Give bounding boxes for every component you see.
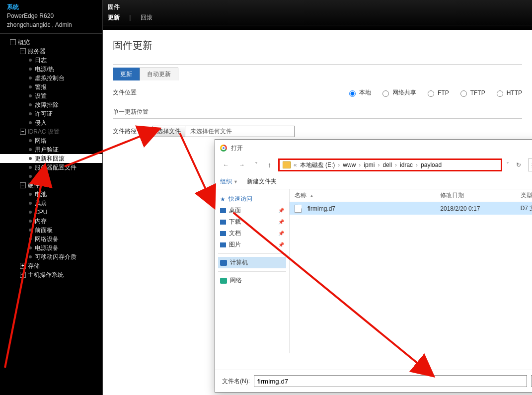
network[interactable]: 网络: [218, 275, 286, 286]
bullet-icon: [29, 211, 32, 214]
tab-auto-update[interactable]: 自动更新: [140, 68, 178, 80]
tree-item[interactable]: 日志: [0, 56, 102, 65]
system-header: 系统 PowerEdge R620 zhongchuangidc , Admin: [0, 0, 102, 34]
tree-item[interactable]: 警报: [0, 82, 102, 91]
nav-pane: ★快速访问 桌面📌下载📌文档📌图片📌 计算机 网络: [215, 189, 290, 353]
collapse-icon[interactable]: [20, 48, 26, 54]
network-icon: [220, 278, 227, 284]
collapse-icon[interactable]: [20, 182, 26, 188]
tree-item[interactable]: 电源/热: [0, 65, 102, 74]
tree-server[interactable]: 服务器: [0, 47, 102, 56]
tree-item[interactable]: 故障排除: [0, 100, 102, 109]
tree-idrac[interactable]: iDRAC 设置: [0, 127, 102, 136]
nav-forward-icon[interactable]: →: [236, 160, 248, 169]
breadcrumb-segment[interactable]: www: [343, 161, 356, 168]
breadcrumb-segment[interactable]: 本地磁盘 (E:): [300, 161, 335, 169]
tree-item[interactable]: 服务器配置文件: [0, 163, 102, 172]
tree-item[interactable]: 风扇: [0, 199, 102, 208]
breadcrumb-segment[interactable]: ipmi: [364, 161, 375, 168]
breadcrumb-segment[interactable]: dell: [382, 161, 392, 168]
filename-label: 文件名(N):: [222, 377, 250, 386]
bullet-icon: [29, 112, 32, 115]
nav-up-icon[interactable]: ↑: [265, 160, 274, 170]
bullet-icon: [29, 148, 32, 151]
dialog-titlebar: 打开 ×: [215, 140, 532, 157]
tree-item[interactable]: 用户验证: [0, 145, 102, 154]
bullet-icon: [29, 237, 32, 240]
tree-item[interactable]: 会话: [0, 172, 102, 181]
bullet-icon: [29, 139, 32, 142]
collapse-icon[interactable]: [10, 39, 16, 45]
tree-item[interactable]: 电池: [0, 190, 102, 199]
file-row[interactable]: firmimg.d7 2018/2/20 0:17 D7 文件 103,164 …: [290, 202, 532, 215]
tree-item[interactable]: 虚拟控制台: [0, 74, 102, 82]
tree-item[interactable]: 网络设备: [0, 235, 102, 243]
single-update-heading: 单一更新位置: [113, 108, 522, 116]
breadcrumb-segment[interactable]: payload: [421, 161, 442, 168]
radio-option[interactable]: HTTP: [494, 89, 522, 97]
folder-icon: [220, 242, 226, 247]
choose-file-button[interactable]: 选择文件: [152, 126, 185, 137]
bullet-icon: [29, 246, 32, 249]
nav-back-icon[interactable]: ←: [220, 160, 232, 169]
collapse-icon[interactable]: [20, 129, 26, 135]
location-radios: 本地 网络共享 FTP TFTP HTTP: [347, 88, 522, 97]
bullet-icon: [29, 193, 32, 196]
tree-item[interactable]: 侵入: [0, 118, 102, 127]
filename-input[interactable]: [254, 375, 527, 387]
bullet-icon: [29, 68, 32, 71]
file-list: 名称▲ 修改日期 类型 大小 firmimg.d7 2018/2/20 0:17…: [290, 189, 532, 353]
bullet-icon: [29, 94, 32, 97]
expand-icon[interactable]: [20, 272, 26, 278]
bullet-icon: [29, 77, 32, 79]
tree-item[interactable]: 设置: [0, 91, 102, 100]
radio-option[interactable]: 网络共享: [380, 88, 416, 97]
refresh-icon[interactable]: ↻: [513, 160, 524, 169]
search-input[interactable]: 搜索"payload" 🔍: [528, 158, 532, 171]
col-type[interactable]: 类型: [521, 191, 532, 200]
col-date[interactable]: 修改日期: [440, 191, 520, 200]
tree-item[interactable]: CPU: [0, 208, 102, 217]
tree-hardware[interactable]: 硬件: [0, 181, 102, 190]
tree-item[interactable]: 内存: [0, 217, 102, 226]
quick-access-item[interactable]: 桌面📌: [218, 205, 286, 216]
page-title: 固件更新: [113, 39, 522, 52]
tree-overview[interactable]: 概览: [0, 38, 102, 47]
bullet-icon: [29, 121, 32, 124]
tab-update[interactable]: 更新: [113, 68, 140, 80]
tree-storage[interactable]: 存储: [0, 261, 102, 270]
main-panel: 固件 更新 | 回滚 固件更新 更新 自动更新 文件位置 本地 网络共享 FTP…: [103, 0, 532, 395]
folder-icon: [220, 220, 226, 225]
subtab-rollback[interactable]: 回滚: [141, 14, 152, 21]
bullet-icon: [29, 255, 32, 258]
radio-option[interactable]: 本地: [347, 88, 371, 97]
quick-access-item[interactable]: 下载📌: [218, 216, 286, 228]
bullet-icon: [29, 229, 32, 232]
app-root: 系统 PowerEdge R620 zhongchuangidc , Admin…: [0, 0, 532, 395]
top-tabbar: 固件 更新 | 回滚: [103, 0, 532, 30]
address-bar[interactable]: « 本地磁盘 (E:) › www › ipmi › dell › idrac …: [278, 158, 502, 171]
tree-item[interactable]: 更新和回滚: [0, 154, 102, 163]
tree-host-os[interactable]: 主机操作系统: [0, 270, 102, 279]
dialog-title: 打开: [231, 144, 243, 153]
radio-option[interactable]: FTP: [425, 89, 449, 97]
pin-icon: 📌: [278, 208, 284, 213]
organize-menu[interactable]: 组织▼: [220, 177, 238, 186]
tree-item[interactable]: 可移动闪存介质: [0, 252, 102, 261]
expand-icon[interactable]: [20, 263, 26, 269]
tree-item[interactable]: 许可证: [0, 109, 102, 118]
chrome-icon: [220, 145, 227, 152]
tree-item[interactable]: 前面板: [0, 226, 102, 235]
breadcrumb-segment[interactable]: idrac: [400, 161, 413, 168]
tree-item[interactable]: 电源设备: [0, 243, 102, 252]
nav-recent-icon[interactable]: ˅: [252, 160, 261, 169]
this-pc[interactable]: 计算机: [218, 257, 286, 268]
subtab-update[interactable]: 更新: [108, 14, 120, 21]
quick-access[interactable]: ★快速访问: [218, 193, 286, 205]
quick-access-item[interactable]: 图片📌: [218, 239, 286, 250]
col-name[interactable]: 名称▲: [295, 191, 440, 200]
tree-item[interactable]: 网络: [0, 136, 102, 145]
quick-access-item[interactable]: 文档📌: [218, 228, 286, 239]
radio-option[interactable]: TFTP: [458, 89, 485, 97]
new-folder-button[interactable]: 新建文件夹: [247, 177, 277, 186]
